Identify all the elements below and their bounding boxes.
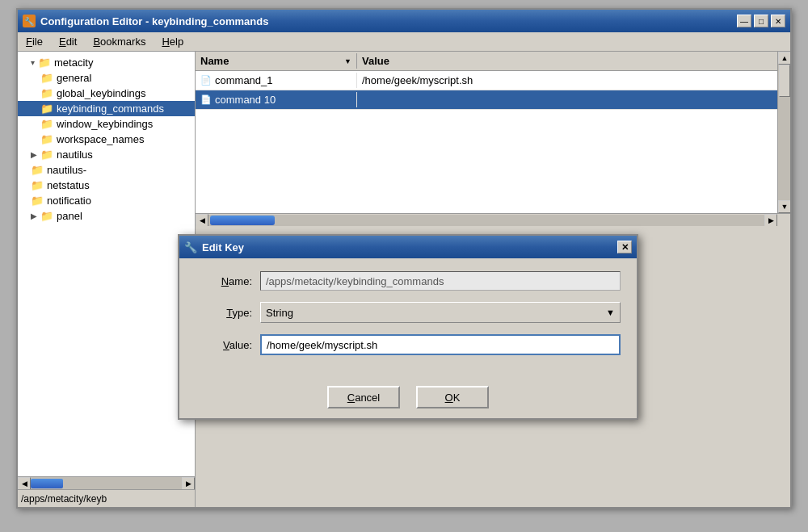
value-form-row: Value: — [196, 334, 621, 355]
type-form-row: Type: String ▼ — [196, 302, 621, 323]
dialog-title: Edit Key — [202, 241, 244, 253]
dialog-title-bar: 🔧 Edit Key ✕ — [179, 236, 637, 258]
name-label: Name: — [196, 275, 252, 287]
dialog-icon: 🔧 — [184, 241, 197, 253]
type-label: Type: — [196, 307, 252, 319]
dialog-close-button[interactable]: ✕ — [617, 241, 632, 253]
edit-key-dialog: 🔧 Edit Key ✕ Name: Type: String ▼ V — [178, 234, 638, 420]
name-form-row: Name: — [196, 271, 621, 291]
ok-button[interactable]: OK — [416, 386, 489, 408]
cancel-label: Cancel — [347, 392, 380, 404]
value-label: Value: — [196, 339, 252, 351]
dialog-overlay: 🔧 Edit Key ✕ Name: Type: String ▼ V — [0, 0, 808, 532]
type-select-value: String — [266, 307, 293, 319]
dialog-body: Name: Type: String ▼ Value: — [179, 258, 637, 379]
type-select-arrow: ▼ — [606, 308, 615, 317]
ok-label: OK — [445, 392, 461, 404]
name-input[interactable] — [260, 271, 621, 291]
cancel-button[interactable]: Cancel — [327, 386, 400, 408]
type-select[interactable]: String ▼ — [260, 302, 621, 323]
value-input[interactable] — [260, 334, 621, 355]
dialog-buttons: Cancel OK — [179, 379, 637, 418]
dialog-title-left: 🔧 Edit Key — [184, 241, 244, 253]
